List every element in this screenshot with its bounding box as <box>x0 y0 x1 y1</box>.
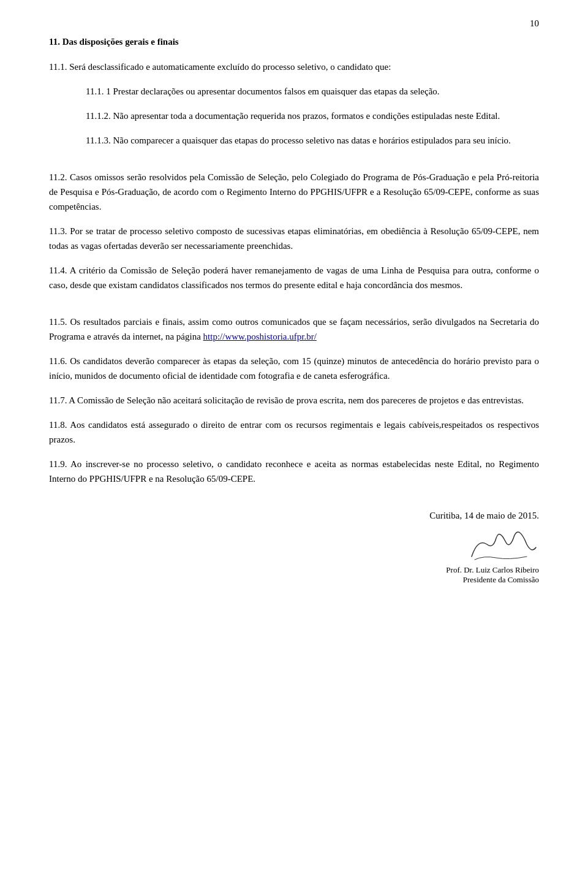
signature-image <box>466 526 539 563</box>
paragraph-11-1-3: 11.1.3. Não comparecer a quaisquer das e… <box>86 133 539 148</box>
signature-block: Curitiba, 14 de maio de 2015. Prof. Dr. … <box>49 511 539 585</box>
paragraph-11-4: 11.4. A critério da Comissão de Seleção … <box>49 263 539 292</box>
paragraph-11-9: 11.9. Ao inscrever-se no processo seleti… <box>49 457 539 486</box>
signature-date: Curitiba, 14 de maio de 2015. <box>49 511 539 521</box>
paragraph-11-1-1: 11.1. 1 Prestar declarações ou apresenta… <box>86 84 539 99</box>
paragraph-11-8: 11.8. Aos candidatos está assegurado o d… <box>49 417 539 447</box>
paragraph-11-1-2: 11.1.2. Não apresentar toda a documentaç… <box>86 108 539 123</box>
paragraph-11-5: 11.5. Os resultados parciais e finais, a… <box>49 314 539 344</box>
paragraph-11-6: 11.6. Os candidatos deverão comparecer à… <box>49 354 539 383</box>
signature-title: Presidente da Comissão <box>49 575 539 585</box>
paragraph-11-1-intro: 11.1. Será desclassificado e automaticam… <box>49 59 539 74</box>
document-page: 10 11. Das disposições gerais e finais 1… <box>0 0 588 879</box>
paragraph-11-5-link[interactable]: http://www.poshistoria.ufpr.br/ <box>203 332 317 341</box>
paragraph-11-2: 11.2. Casos omissos serão resolvidos pel… <box>49 170 539 214</box>
paragraph-11-7: 11.7. A Comissão de Seleção não aceitará… <box>49 393 539 408</box>
page-number: 10 <box>530 18 539 29</box>
section-title: 11. Das disposições gerais e finais <box>49 37 539 47</box>
signature-name: Prof. Dr. Luiz Carlos Ribeiro <box>49 565 539 575</box>
paragraph-11-3: 11.3. Por se tratar de processo seletivo… <box>49 224 539 253</box>
